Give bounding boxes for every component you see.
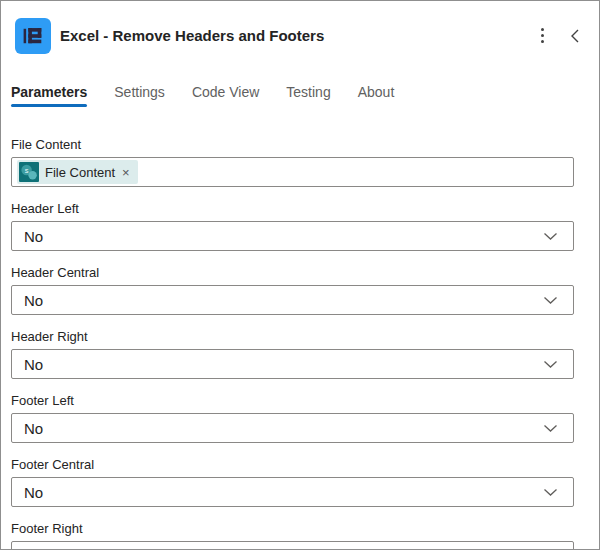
header-actions: [538, 24, 583, 47]
dropdown-value: No: [24, 420, 43, 437]
tab-testing[interactable]: Testing: [286, 84, 330, 107]
header-central-dropdown[interactable]: No: [11, 285, 574, 315]
svg-text:s: s: [25, 166, 29, 175]
tab-label: Testing: [286, 84, 330, 100]
chevron-left-icon[interactable]: [567, 25, 583, 47]
field-label: Footer Central: [11, 457, 574, 472]
token-chip-label: File Content: [45, 165, 115, 180]
field-file-content: File Content s File Content ×: [11, 137, 574, 187]
header-right-dropdown[interactable]: No: [11, 349, 574, 379]
file-content-input[interactable]: s File Content ×: [11, 157, 574, 187]
field-label: Header Right: [11, 329, 574, 344]
chevron-down-icon: [543, 360, 558, 369]
panel-header: Excel - Remove Headers and Footers: [1, 1, 599, 59]
chevron-down-icon: [543, 424, 558, 433]
encodian-e-logo-icon: [20, 23, 46, 49]
field-footer-central: Footer Central No: [11, 457, 574, 507]
tab-label: Settings: [114, 84, 165, 100]
file-content-token-chip[interactable]: s File Content ×: [17, 160, 138, 184]
parameters-form: File Content s File Content × Header Lef…: [1, 107, 599, 550]
dropdown-value: No: [24, 228, 43, 245]
tab-settings[interactable]: Settings: [114, 84, 165, 107]
footer-left-dropdown[interactable]: No: [11, 413, 574, 443]
field-footer-right: Footer Right No: [11, 521, 574, 550]
tab-about[interactable]: About: [358, 84, 395, 107]
footer-right-dropdown[interactable]: No: [11, 541, 574, 550]
chevron-down-icon: [543, 296, 558, 305]
tab-label: Parameters: [11, 84, 87, 100]
field-label: Footer Left: [11, 393, 574, 408]
tab-label: Code View: [192, 84, 259, 100]
more-options-icon[interactable]: [538, 24, 547, 47]
tab-code-view[interactable]: Code View: [192, 84, 259, 107]
field-label: Header Left: [11, 201, 574, 216]
footer-central-dropdown[interactable]: No: [11, 477, 574, 507]
header-left-dropdown[interactable]: No: [11, 221, 574, 251]
tab-label: About: [358, 84, 395, 100]
action-title: Excel - Remove Headers and Footers: [60, 27, 538, 44]
dropdown-value: No: [24, 484, 43, 501]
field-header-right: Header Right No: [11, 329, 574, 379]
dropdown-value: No: [24, 356, 43, 373]
token-remove-icon[interactable]: ×: [121, 166, 131, 179]
sharepoint-icon: s: [19, 162, 39, 182]
dropdown-value: No: [24, 292, 43, 309]
tab-parameters[interactable]: Parameters: [11, 84, 87, 107]
tab-bar: Parameters Settings Code View Testing Ab…: [1, 84, 599, 107]
field-label: Header Central: [11, 265, 574, 280]
active-tab-indicator: [11, 104, 87, 107]
action-config-panel: Excel - Remove Headers and Footers Param…: [0, 0, 600, 550]
field-label: File Content: [11, 137, 574, 152]
encodian-excel-app-icon: [15, 18, 51, 54]
chevron-down-icon: [543, 488, 558, 497]
field-footer-left: Footer Left No: [11, 393, 574, 443]
field-header-left: Header Left No: [11, 201, 574, 251]
field-header-central: Header Central No: [11, 265, 574, 315]
field-label: Footer Right: [11, 521, 574, 536]
chevron-down-icon: [543, 232, 558, 241]
